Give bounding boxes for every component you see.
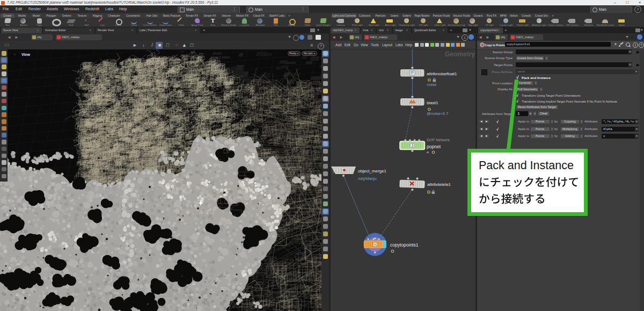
svg-text:blast1: blast1 <box>427 100 438 105</box>
svg-text:attribdelete1: attribdelete1 <box>427 182 451 187</box>
svg-text:popnet: popnet <box>427 144 441 149</box>
svg-text:/obj/Manju: /obj/Manju <box>358 176 377 181</box>
svg-text:copytopoints1: copytopoints1 <box>390 242 419 248</box>
svg-text:DOP Network: DOP Network <box>427 138 450 142</box>
svg-text:object_merge1: object_merge1 <box>358 169 386 173</box>
